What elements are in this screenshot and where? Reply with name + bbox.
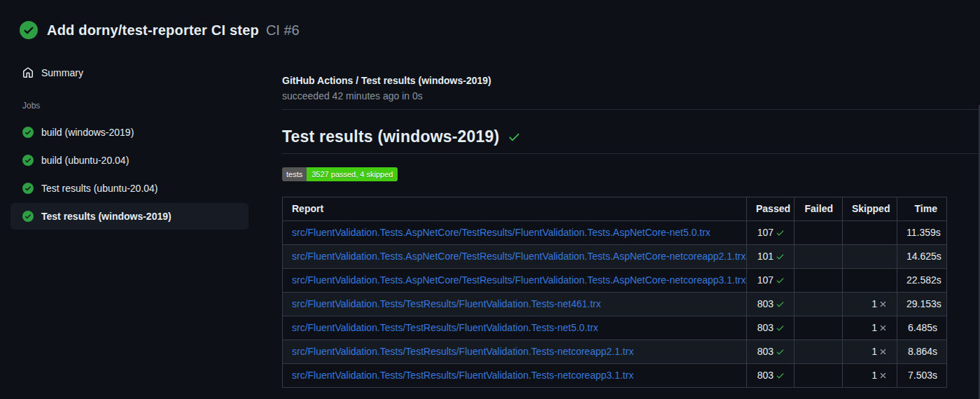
workflow-run-page: Add dorny/test-reporter CI step CI #6 Su…: [0, 0, 980, 399]
run-number: CI #6: [266, 22, 300, 38]
report-link[interactable]: src/FluentValidation.Tests/TestResults/F…: [292, 298, 601, 309]
failed-cell: [794, 269, 843, 293]
tests-badge: tests 3527 passed, 4 skipped: [282, 167, 398, 181]
report-link[interactable]: src/FluentValidation.Tests/TestResults/F…: [292, 322, 598, 333]
check-icon: [776, 347, 785, 356]
time-cell: 14.625s: [897, 245, 947, 269]
jobs-list: build (windows-2019) build (ubuntu-20.04…: [10, 119, 248, 230]
column-header-time: Time: [897, 197, 947, 221]
sidebar: Summary Jobs build (windows-2019) build …: [10, 62, 248, 230]
summary-label: Summary: [41, 67, 83, 78]
failed-cell: [794, 316, 843, 340]
table-row: src/FluentValidation.Tests/TestResults/F…: [283, 293, 947, 316]
report-link[interactable]: src/FluentValidation.Tests.AspNetCore/Te…: [292, 227, 710, 238]
job-label: Test results (ubuntu-20.04): [41, 183, 158, 194]
column-header-passed: Passed: [747, 197, 794, 221]
check-icon: [776, 228, 785, 237]
skipped-cell: [843, 221, 897, 245]
report-cell: src/FluentValidation.Tests.AspNetCore/Te…: [283, 221, 747, 245]
table-row: src/FluentValidation.Tests/TestResults/F…: [283, 364, 947, 388]
skipped-cell: 1: [843, 316, 897, 340]
check-icon: [776, 371, 785, 380]
column-header-failed: Failed: [794, 197, 843, 221]
failed-cell: [794, 245, 843, 269]
report-cell: src/FluentValidation.Tests.AspNetCore/Te…: [283, 245, 747, 269]
table-row: src/FluentValidation.Tests.AspNetCore/Te…: [283, 245, 947, 269]
skipped-cell: 1: [843, 364, 897, 388]
check-icon: [776, 323, 785, 332]
results-table-body: src/FluentValidation.Tests.AspNetCore/Te…: [283, 221, 947, 388]
home-icon: [22, 67, 34, 78]
report-heading-text: Test results (windows-2019): [282, 127, 499, 146]
time-cell: 29.153s: [897, 293, 947, 316]
report-link[interactable]: src/FluentValidation.Tests/TestResults/F…: [292, 346, 634, 357]
passed-cell: 107: [747, 221, 794, 245]
column-header-report: Report: [283, 197, 747, 221]
sidebar-job-item[interactable]: Test results (windows-2019): [10, 203, 248, 230]
time-cell: 22.582s: [897, 269, 947, 293]
table-row: src/FluentValidation.Tests.AspNetCore/Te…: [283, 221, 947, 245]
check-circle-icon: [22, 211, 34, 222]
job-label: build (ubuntu-20.04): [41, 155, 129, 166]
passed-cell: 107: [747, 269, 794, 293]
jobs-section-label: Jobs: [22, 101, 248, 111]
check-icon: [776, 252, 785, 261]
check-circle-icon: [22, 155, 34, 166]
sidebar-item-summary[interactable]: Summary: [10, 62, 248, 84]
check-circle-icon: [22, 183, 34, 194]
table-row: src/FluentValidation.Tests/TestResults/F…: [283, 316, 947, 340]
report-link[interactable]: src/FluentValidation.Tests/TestResults/F…: [292, 370, 634, 381]
passed-cell: 803: [747, 340, 794, 364]
x-icon: [878, 347, 888, 356]
check-run-title: GitHub Actions / Test results (windows-2…: [282, 74, 980, 87]
passed-cell: 803: [747, 364, 794, 388]
failed-cell: [794, 293, 843, 316]
check-icon: [507, 130, 521, 144]
tests-badge-label: tests: [282, 167, 307, 181]
results-table: Report Passed Failed Skipped Time src/Fl…: [282, 197, 947, 388]
sidebar-job-item[interactable]: Test results (ubuntu-20.04): [10, 175, 248, 202]
report-heading: Test results (windows-2019): [282, 127, 980, 154]
report-link[interactable]: src/FluentValidation.Tests.AspNetCore/Te…: [292, 274, 746, 286]
check-circle-icon: [20, 21, 38, 39]
passed-cell: 803: [747, 293, 794, 316]
skipped-cell: [843, 245, 897, 269]
skipped-cell: [843, 269, 897, 293]
check-icon: [776, 300, 785, 309]
table-header-row: Report Passed Failed Skipped Time: [283, 197, 947, 221]
tests-badge-value: 3527 passed, 4 skipped: [307, 167, 398, 181]
failed-cell: [794, 364, 843, 388]
time-cell: 11.359s: [897, 221, 947, 245]
x-icon: [878, 300, 888, 309]
divider: [282, 109, 980, 110]
report-cell: src/FluentValidation.Tests/TestResults/F…: [283, 293, 747, 316]
x-icon: [878, 323, 888, 332]
run-header: Add dorny/test-reporter CI step CI #6: [20, 21, 300, 39]
column-header-skipped: Skipped: [843, 197, 897, 221]
report-cell: src/FluentValidation.Tests/TestResults/F…: [283, 364, 747, 388]
job-label: Test results (windows-2019): [41, 211, 172, 222]
job-label: build (windows-2019): [41, 127, 134, 138]
report-link[interactable]: src/FluentValidation.Tests.AspNetCore/Te…: [292, 251, 746, 262]
sidebar-job-item[interactable]: build (windows-2019): [10, 119, 248, 146]
time-cell: 7.503s: [897, 364, 947, 388]
check-circle-icon: [22, 127, 34, 138]
run-title: Add dorny/test-reporter CI step: [47, 22, 259, 38]
sidebar-job-item[interactable]: build (ubuntu-20.04): [10, 147, 248, 174]
table-row: src/FluentValidation.Tests/TestResults/F…: [283, 340, 947, 364]
skipped-cell: 1: [843, 340, 897, 364]
table-row: src/FluentValidation.Tests.AspNetCore/Te…: [283, 269, 947, 293]
check-run-status: succeeded 42 minutes ago in 0s: [282, 90, 980, 102]
failed-cell: [794, 221, 843, 245]
passed-cell: 101: [747, 245, 794, 269]
skipped-cell: 1: [843, 293, 897, 316]
report-cell: src/FluentValidation.Tests.AspNetCore/Te…: [283, 269, 747, 293]
report-cell: src/FluentValidation.Tests/TestResults/F…: [283, 340, 747, 364]
main-content: GitHub Actions / Test results (windows-2…: [282, 74, 980, 388]
passed-cell: 803: [747, 316, 794, 340]
x-icon: [878, 371, 888, 380]
report-cell: src/FluentValidation.Tests/TestResults/F…: [283, 316, 747, 340]
time-cell: 8.864s: [897, 340, 947, 364]
failed-cell: [794, 340, 843, 364]
check-icon: [776, 276, 785, 285]
